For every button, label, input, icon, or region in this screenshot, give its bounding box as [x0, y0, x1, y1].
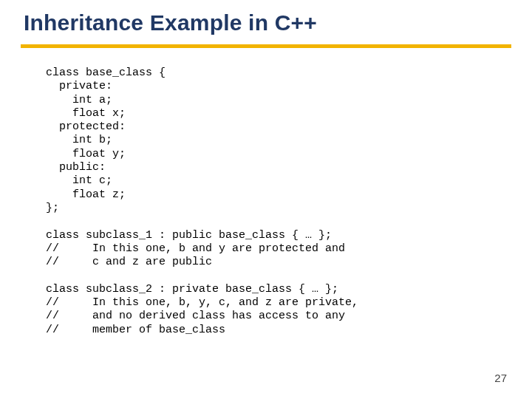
title-underline — [21, 44, 511, 48]
code-block: class base_class { private: int a; float… — [46, 66, 358, 337]
slide: Inheritance Example in C++ class base_cl… — [0, 0, 532, 399]
page-number: 27 — [494, 372, 507, 384]
slide-title: Inheritance Example in C++ — [24, 10, 317, 35]
